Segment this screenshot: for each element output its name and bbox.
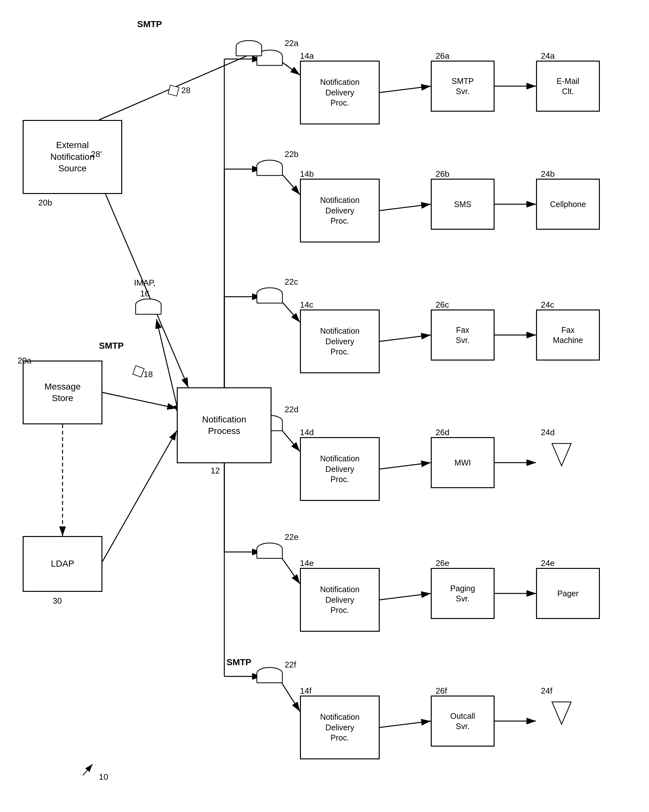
ref-14e-label: 14e [300,559,314,568]
svg-line-2 [99,49,262,120]
svg-rect-63 [257,673,283,683]
svg-line-27 [380,204,431,211]
outcall-svr-26f-box: OutcallSvr. [431,696,495,746]
ndp-14c-box: NotificationDeliveryProc. [300,310,380,373]
external-notification-source-box: ExternalNotificationSource [23,120,122,194]
cellphone-24b-box: Cellphone [536,179,600,230]
ref-26f-label: 26f [435,686,447,696]
imap-16-label: IMAP,16 [134,278,156,299]
svg-line-31 [380,462,431,469]
ref-24d-label: 24d [541,427,554,437]
ref-14a-label: 14a [300,51,314,61]
ndp-14b-box: NotificationDeliveryProc. [300,179,380,243]
ref-26d-label: 26d [435,427,449,437]
ref-22d-label: 22d [285,404,298,414]
ndp-14f-box: NotificationDeliveryProc. [300,696,380,759]
notification-process-box: NotificationProcess [177,387,272,463]
svg-rect-58 [257,549,283,559]
ref-10-label: 10 [99,772,108,782]
svg-line-33 [380,594,431,600]
email-clt-24a-box: E-MailClt. [536,61,600,112]
ref-26b-label: 26b [435,169,449,179]
svg-line-29 [380,335,431,341]
message-store-box: MessageStore [23,360,102,424]
smtp-28prime-label: 28' [91,149,102,159]
ref-24f-label: 24f [541,686,552,696]
fax-machine-24c-box: FaxMachine [536,310,600,360]
ref-12-label: 12 [211,466,220,476]
ref-24b-label: 24b [541,169,554,179]
diagram-container: ExternalNotificationSource MessageStore … [0,0,649,812]
ref-22f-label: 22f [285,660,296,670]
smtp-top-label: SMTP [137,19,162,29]
svg-marker-80 [552,444,571,466]
ref-14b-label: 14b [300,169,314,179]
svg-rect-68 [236,46,262,56]
ref-22b-label: 22b [285,149,298,159]
ref-30-label: 30 [53,596,62,606]
ref-18-label: 18 [144,369,153,379]
ref-22c-label: 22c [285,277,298,287]
smtp-14f-label: SMTP [226,657,252,667]
sms-26b-box: SMS [431,179,495,230]
svg-line-25 [380,86,431,93]
paging-svr-26e-box: PagingSvr. [431,568,495,619]
ref-20a-label: 20a [18,356,31,366]
ndp-14d-box: NotificationDeliveryProc. [300,437,380,501]
ref-24e-label: 24e [541,559,554,568]
svg-line-82 [83,764,93,775]
svg-marker-81 [552,702,571,724]
ndp-14a-box: NotificationDeliveryProc. [300,61,380,124]
svg-line-7 [102,392,177,408]
svg-rect-48 [257,293,283,303]
svg-rect-43 [257,166,283,176]
svg-line-4 [156,319,177,405]
ref-24c-label: 24c [541,300,554,310]
ref-14c-label: 14c [300,300,313,310]
ndp-14e-box: NotificationDeliveryProc. [300,568,380,632]
ref-24a-label: 24a [541,51,554,61]
ref-20b-label: 20b [38,198,52,208]
svg-rect-77 [168,85,179,96]
ldap-box: LDAP [23,536,102,592]
ref-14d-label: 14d [300,427,314,437]
smtp-svr-26a-box: SMTPSvr. [431,61,495,112]
ref-22e-label: 22e [285,532,298,542]
ref-26e-label: 26e [435,559,449,568]
svg-line-35 [380,721,431,728]
svg-rect-73 [136,305,161,314]
ref-22a-label: 22a [285,38,298,48]
svg-rect-38 [257,56,283,66]
svg-line-6 [102,431,177,562]
smtp-lower-label: SMTP [99,341,124,351]
svg-rect-79 [133,366,144,377]
mwi-26d-box: MWI [431,437,495,488]
ref-26c-label: 26c [435,300,449,310]
fax-svr-26c-box: FaxSvr. [431,310,495,360]
ref-14f-label: 14f [300,686,312,696]
smtp-28-label: 28 [181,85,191,95]
pager-24e-box: Pager [536,568,600,619]
ref-26a-label: 26a [435,51,449,61]
